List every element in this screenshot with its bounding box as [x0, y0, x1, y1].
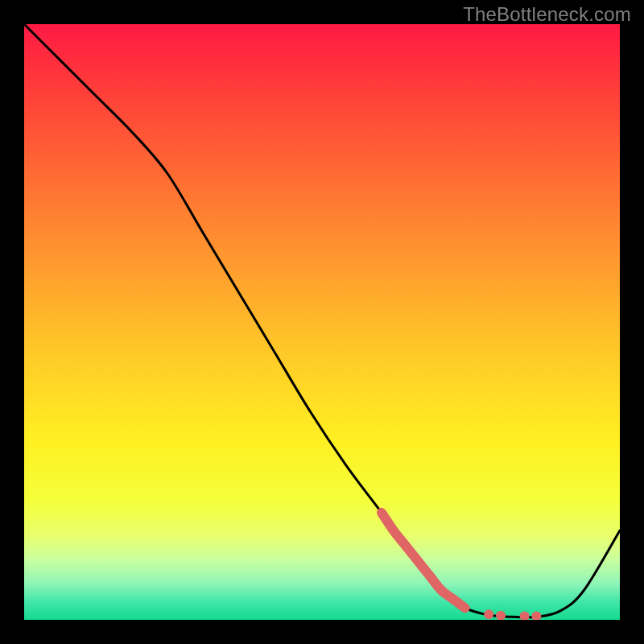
plot-area	[24, 24, 620, 620]
highlight-dot	[484, 609, 493, 619]
watermark-text: TheBottleneck.com	[463, 3, 631, 26]
chart-svg	[24, 24, 620, 620]
chart-frame: TheBottleneck.com	[0, 0, 644, 644]
